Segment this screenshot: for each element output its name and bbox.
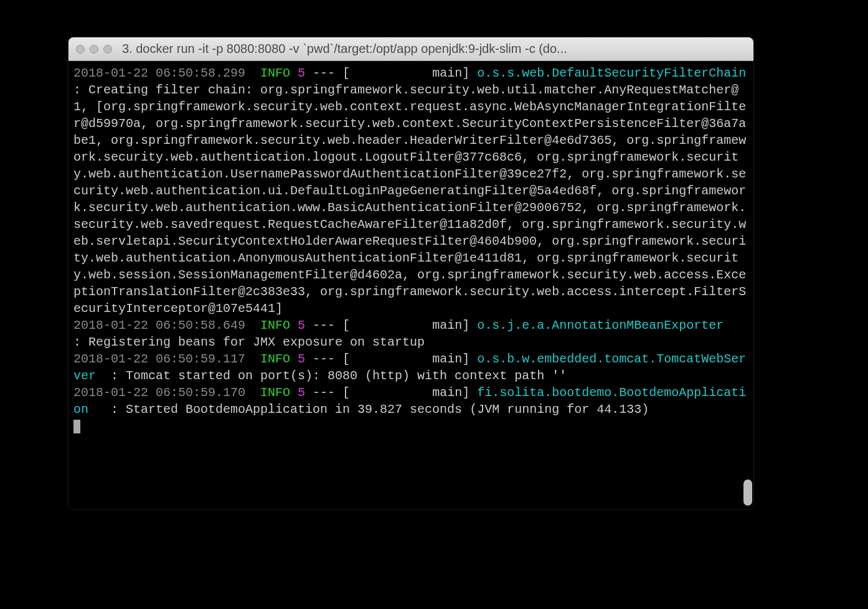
log-level: INFO — [260, 318, 290, 333]
terminal-body[interactable]: 2018-01-22 06:50:58.299 INFO 5 --- [ mai… — [68, 61, 753, 509]
scrollbar-thumb[interactable] — [743, 479, 752, 506]
log-pid: 5 — [298, 318, 305, 333]
log-timestamp: 2018-01-22 06:50:58.299 — [73, 66, 245, 80]
log-level: INFO — [260, 385, 290, 400]
log-line: 2018-01-22 06:50:58.299 INFO 5 --- [ mai… — [73, 66, 753, 316]
log-level: INFO — [260, 66, 290, 80]
log-pid: 5 — [298, 352, 305, 366]
log-thread: main] — [432, 385, 477, 400]
log-timestamp: 2018-01-22 06:50:58.649 — [73, 318, 245, 333]
log-timestamp: 2018-01-22 06:50:59.117 — [73, 352, 245, 366]
titlebar[interactable]: 3. docker run -it -p 8080:8080 -v `pwd`/… — [68, 37, 753, 61]
log-pid: 5 — [298, 66, 305, 80]
log-pid: 5 — [298, 385, 305, 400]
log-separator: --- [ — [305, 385, 432, 400]
log-separator: --- [ — [305, 352, 432, 366]
log-thread: main] — [432, 66, 477, 80]
log-thread: main] — [432, 352, 477, 366]
log-separator: --- [ — [305, 66, 432, 80]
log-line: 2018-01-22 06:50:58.649 INFO 5 --- [ mai… — [73, 318, 753, 349]
log-line: 2018-01-22 06:50:59.117 INFO 5 --- [ mai… — [73, 352, 746, 383]
log-message: : Tomcat started on port(s): 8080 (http)… — [111, 369, 567, 383]
log-message: : Registering beans for JMX exposure on … — [73, 335, 425, 349]
minimize-icon[interactable] — [90, 45, 98, 54]
zoom-icon[interactable] — [103, 45, 112, 54]
log-thread: main] — [432, 318, 477, 333]
log-class: o.s.s.web.DefaultSecurityFilterChain — [477, 66, 746, 80]
window-title: 3. docker run -it -p 8080:8080 -v `pwd`/… — [122, 42, 746, 56]
traffic-lights — [76, 45, 112, 54]
terminal-output: 2018-01-22 06:50:58.299 INFO 5 --- [ mai… — [73, 65, 748, 435]
log-class: o.s.j.e.a.AnnotationMBeanExporter — [477, 318, 724, 333]
log-level: INFO — [260, 352, 290, 366]
log-message: : Started BootdemoApplication in 39.827 … — [111, 402, 649, 417]
close-icon[interactable] — [76, 45, 85, 54]
cursor — [73, 420, 80, 433]
log-timestamp: 2018-01-22 06:50:59.170 — [73, 385, 245, 400]
terminal-window: 3. docker run -it -p 8080:8080 -v `pwd`/… — [68, 37, 753, 509]
log-line: 2018-01-22 06:50:59.170 INFO 5 --- [ mai… — [73, 385, 746, 417]
log-separator: --- [ — [305, 318, 432, 333]
log-message: : Creating filter chain: org.springframe… — [73, 83, 746, 316]
